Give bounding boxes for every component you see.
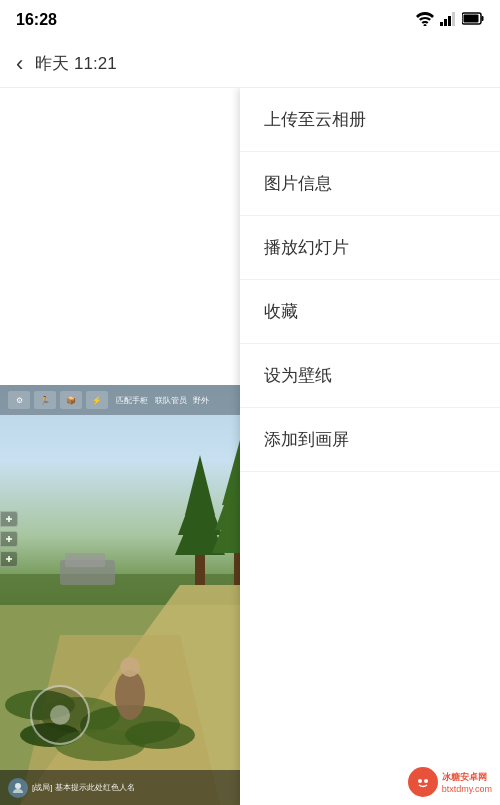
game-side-btn-3 bbox=[0, 551, 18, 567]
menu-item-set-wallpaper[interactable]: 设为壁纸 bbox=[240, 344, 500, 408]
game-joystick bbox=[30, 685, 90, 745]
menu-item-upload-cloud-label: 上传至云相册 bbox=[264, 108, 366, 131]
game-side-buttons bbox=[0, 511, 18, 567]
game-icon-1: ⚙ bbox=[8, 391, 30, 409]
back-button[interactable]: ‹ bbox=[16, 51, 23, 77]
menu-item-photo-info-label: 图片信息 bbox=[264, 172, 332, 195]
watermark: 冰糖安卓网 btxtdmy.com bbox=[408, 767, 492, 797]
svg-rect-7 bbox=[464, 15, 479, 23]
watermark-text-group: 冰糖安卓网 btxtdmy.com bbox=[442, 771, 492, 794]
menu-item-favorite-label: 收藏 bbox=[264, 300, 298, 323]
status-bar: 16:28 bbox=[0, 0, 500, 40]
svg-point-35 bbox=[115, 670, 145, 720]
svg-rect-6 bbox=[482, 16, 484, 21]
svg-point-44 bbox=[415, 774, 431, 790]
game-icon-4: ⚡ bbox=[86, 391, 108, 409]
game-joystick-inner bbox=[50, 705, 70, 725]
game-side-btn-1 bbox=[0, 511, 18, 527]
menu-item-upload-cloud[interactable]: 上传至云相册 bbox=[240, 88, 500, 152]
svg-rect-1 bbox=[440, 22, 443, 26]
battery-icon bbox=[462, 12, 484, 28]
watermark-logo bbox=[408, 767, 438, 797]
nav-bar: ‹ 昨天 11:21 bbox=[0, 40, 500, 88]
game-top-labels: 匹配手柜 联队管员 野外 bbox=[116, 395, 209, 406]
game-bottom-text: [战局] 基本提示此处红色人名 bbox=[32, 782, 135, 793]
svg-point-43 bbox=[15, 783, 21, 789]
svg-point-0 bbox=[424, 24, 427, 26]
svg-point-45 bbox=[418, 779, 422, 783]
game-icon-2: 🏃 bbox=[34, 391, 56, 409]
content-area: ⚙ 🏃 📦 ⚡ 匹配手柜 联队管员 野外 11:35 ♦ 136 bbox=[0, 88, 500, 805]
svg-rect-2 bbox=[444, 19, 447, 26]
menu-item-set-wallpaper-label: 设为壁纸 bbox=[264, 364, 332, 387]
watermark-url: btxtdmy.com bbox=[442, 784, 492, 794]
game-side-btn-2 bbox=[0, 531, 18, 547]
svg-rect-3 bbox=[448, 16, 451, 26]
game-icon-3: 📦 bbox=[60, 391, 82, 409]
menu-item-add-to-screen[interactable]: 添加到画屏 bbox=[240, 408, 500, 472]
context-menu: 上传至云相册 图片信息 播放幻灯片 收藏 设为壁纸 添加到画屏 bbox=[240, 88, 500, 805]
nav-title: 昨天 11:21 bbox=[35, 52, 116, 75]
menu-item-slideshow[interactable]: 播放幻灯片 bbox=[240, 216, 500, 280]
svg-point-32 bbox=[125, 721, 195, 749]
svg-point-29 bbox=[80, 705, 180, 745]
wifi-icon bbox=[416, 12, 434, 29]
svg-rect-4 bbox=[452, 12, 455, 26]
status-time: 16:28 bbox=[16, 11, 57, 29]
game-ui-icons: ⚙ 🏃 📦 ⚡ 匹配手柜 联队管员 野外 bbox=[8, 391, 209, 409]
status-icons bbox=[416, 12, 484, 29]
signal-icon bbox=[440, 12, 456, 29]
menu-item-slideshow-label: 播放幻灯片 bbox=[264, 236, 349, 259]
menu-item-add-to-screen-label: 添加到画屏 bbox=[264, 428, 349, 451]
svg-point-46 bbox=[424, 779, 428, 783]
menu-item-favorite[interactable]: 收藏 bbox=[240, 280, 500, 344]
watermark-site-name: 冰糖安卓网 bbox=[442, 771, 487, 784]
game-bottom-avatar bbox=[8, 778, 28, 798]
menu-item-photo-info[interactable]: 图片信息 bbox=[240, 152, 500, 216]
svg-point-36 bbox=[120, 657, 140, 677]
